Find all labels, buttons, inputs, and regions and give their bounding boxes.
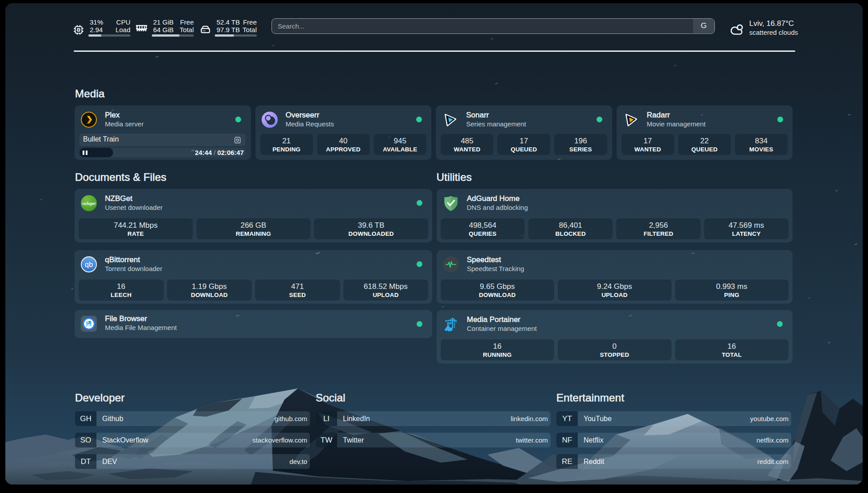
svg-text:nzbget: nzbget [82,201,96,206]
svg-text:qb: qb [85,260,93,268]
